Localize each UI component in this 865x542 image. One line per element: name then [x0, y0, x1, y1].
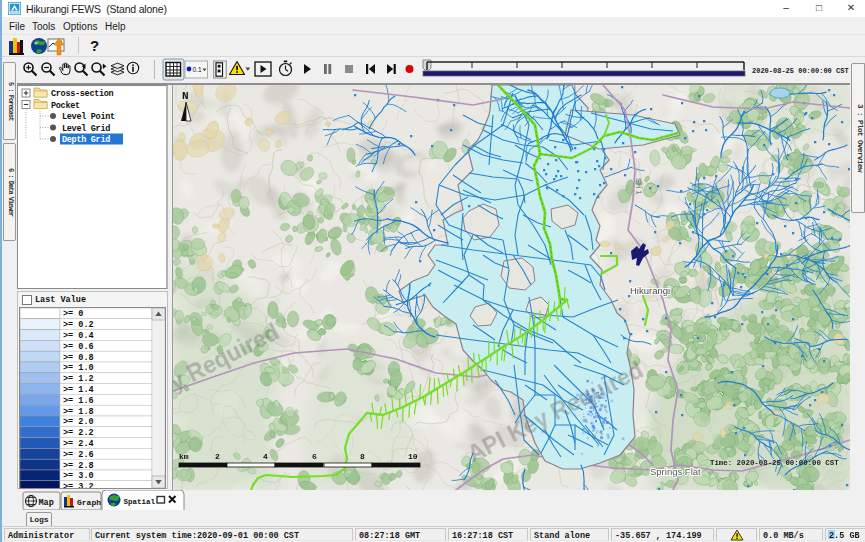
svg-text:2020-08-25 00:00:00 CST: 2020-08-25 00:00:00 CST	[752, 67, 849, 75]
svg-text:8: 8	[360, 452, 365, 461]
svg-text:>= 3.0: >= 3.0	[63, 471, 94, 481]
svg-text:Time: 2020-08-25 00:00:00 CST: Time: 2020-08-25 00:00:00 CST	[710, 459, 839, 467]
svg-text:>= 3.2: >= 3.2	[63, 482, 94, 488]
svg-text:Springs Flat: Springs Flat	[650, 466, 701, 477]
svg-text:km: km	[179, 452, 189, 461]
svg-text:>= 2.4: >= 2.4	[63, 439, 94, 449]
svg-text:>= 1.0: >= 1.0	[63, 363, 94, 373]
svg-text:Pocket: Pocket	[51, 101, 80, 111]
svg-text:Depth Grid: Depth Grid	[62, 135, 110, 145]
svg-text:SH 1: SH 1	[634, 178, 644, 195]
svg-text:?: ?	[90, 37, 99, 54]
svg-text:>= 2.6: >= 2.6	[63, 450, 94, 460]
svg-text:>= 1.6: >= 1.6	[63, 396, 94, 406]
svg-text:6: 6	[312, 452, 317, 461]
svg-text:>= 0: >= 0	[63, 309, 83, 319]
svg-text:>= 2.0: >= 2.0	[63, 417, 94, 427]
svg-text:>= 1.4: >= 1.4	[63, 385, 94, 395]
svg-text:>= 1.2: >= 1.2	[63, 374, 94, 384]
svg-text:>= 0.2: >= 0.2	[63, 320, 94, 330]
svg-text:>= 2.8: >= 2.8	[63, 461, 94, 471]
svg-text:>= 1.8: >= 1.8	[63, 407, 94, 417]
svg-text:Hikurangi: Hikurangi	[630, 285, 670, 296]
svg-text:>= 0.4: >= 0.4	[63, 331, 94, 341]
svg-text:Cross-section: Cross-section	[51, 89, 114, 99]
svg-text:Level Point: Level Point	[62, 112, 115, 122]
svg-text:Spatial: Spatial	[124, 498, 156, 506]
svg-text:N: N	[182, 90, 189, 102]
svg-text:Graph: Graph	[77, 498, 101, 507]
svg-text:4: 4	[263, 452, 268, 461]
svg-text:>= 2.2: >= 2.2	[63, 428, 94, 438]
svg-text:>= 0.6: >= 0.6	[63, 342, 94, 352]
svg-text:0.1: 0.1	[193, 66, 202, 73]
svg-text:10: 10	[408, 452, 418, 461]
svg-text:Map: Map	[39, 498, 54, 508]
svg-text:Level Grid: Level Grid	[62, 124, 110, 134]
svg-text:>= 0.8: >= 0.8	[63, 353, 94, 363]
svg-text:2: 2	[215, 452, 220, 461]
